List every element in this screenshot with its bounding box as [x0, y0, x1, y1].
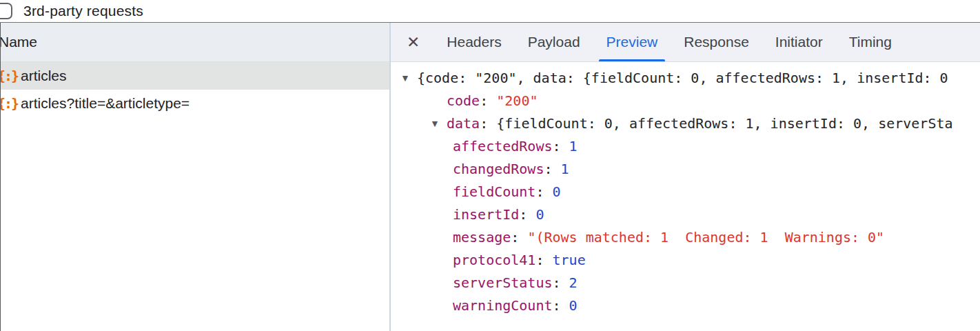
tree-segment-key: changedRows — [453, 161, 544, 177]
tree-row[interactable]: message: "(Rows matched: 1 Changed: 1 Wa… — [391, 226, 980, 249]
tree-segment-key: message — [453, 229, 511, 245]
third-party-requests-label: 3rd-party requests — [23, 3, 143, 19]
tree-segment-plain: : — [553, 138, 569, 154]
request-name: articles?title=&articletype= — [21, 95, 190, 112]
tree-segment-number: 0 — [535, 206, 544, 223]
tree-segment-plain: : — [544, 161, 560, 177]
network-filter-bar: 3rd-party requests — [0, 0, 980, 22]
tree-row[interactable]: insertId: 0 — [391, 203, 980, 226]
network-panel-split: Name {:}articles{:}articles?title=&artic… — [0, 22, 980, 331]
json-braces-icon: {:} — [1, 68, 18, 84]
tree-segment-plain: : — [553, 274, 569, 291]
tree-segment-key: serverStatus — [453, 274, 553, 291]
tree-segment-key: protocol41 — [453, 252, 535, 268]
request-row[interactable]: {:}articles — [1, 62, 389, 90]
expand-caret-icon[interactable]: ▼ — [400, 67, 417, 90]
tree-segment-number: 1 — [561, 161, 569, 177]
request-details-pane: ✕ HeadersPayloadPreviewResponseInitiator… — [391, 23, 980, 331]
tree-segment-boolean: true — [553, 252, 586, 268]
tab-timing[interactable]: Timing — [849, 23, 892, 61]
tree-segment-plain: : — [553, 297, 569, 314]
tree-segment-key: code — [447, 92, 480, 109]
json-preview-tree: ▼{code: "200", data: {fieldCount: 0, aff… — [391, 62, 980, 331]
request-name: articles — [21, 68, 67, 84]
tree-segment-plain: : {fieldCount: 0, affectedRows: 1, inser… — [480, 115, 952, 132]
tab-initiator[interactable]: Initiator — [775, 23, 823, 61]
tab-preview[interactable]: Preview — [606, 23, 658, 61]
tree-segment-key: fieldCount — [453, 183, 535, 200]
name-column-header[interactable]: Name — [1, 23, 389, 62]
tab-payload[interactable]: Payload — [528, 23, 580, 61]
name-column-header-label: Name — [0, 34, 37, 50]
details-tabs: HeadersPayloadPreviewResponseInitiatorTi… — [433, 23, 905, 61]
tree-row[interactable]: protocol41: true — [391, 249, 980, 272]
tree-segment-plain: : — [535, 183, 552, 200]
tree-segment-plain: : — [535, 252, 552, 268]
tree-segment-key: insertId — [453, 206, 519, 223]
third-party-requests-checkbox[interactable] — [0, 3, 12, 19]
tree-row[interactable]: serverStatus: 2 — [391, 272, 980, 294]
requests-table: Name {:}articles{:}articles?title=&artic… — [0, 23, 389, 331]
tree-segment-plain: {code: "200", data: {fieldCount: 0, affe… — [417, 70, 948, 86]
tree-segment-plain: : — [519, 206, 535, 223]
tree-segment-key: affectedRows — [453, 138, 553, 154]
expand-caret-icon[interactable]: ▼ — [430, 112, 447, 135]
tree-segment-plain: : — [511, 229, 527, 245]
json-braces-icon: {:} — [1, 95, 18, 112]
tree-segment-number: 2 — [569, 274, 578, 291]
close-icon[interactable]: ✕ — [407, 34, 420, 50]
tree-row[interactable]: fieldCount: 0 — [391, 181, 980, 203]
tree-segment-plain: : — [480, 92, 496, 109]
tree-segment-string: "(Rows matched: 1 Changed: 1 Warnings: 0… — [527, 229, 884, 245]
request-rows: {:}articles{:}articles?title=&articletyp… — [1, 62, 389, 117]
tree-row[interactable]: code: "200" — [391, 90, 980, 112]
tab-response[interactable]: Response — [684, 23, 749, 61]
request-row[interactable]: {:}articles?title=&articletype= — [1, 90, 389, 117]
tree-row[interactable]: affectedRows: 1 — [391, 135, 980, 158]
tree-segment-number: 1 — [569, 138, 578, 154]
tree-row[interactable]: ▼{code: "200", data: {fieldCount: 0, aff… — [391, 67, 980, 90]
tree-segment-string: "200" — [496, 92, 538, 109]
tree-row[interactable]: changedRows: 1 — [391, 158, 980, 181]
tab-headers[interactable]: Headers — [447, 23, 501, 61]
tree-segment-key: data — [447, 115, 480, 132]
tree-row[interactable]: warningCount: 0 — [391, 294, 980, 317]
tree-row[interactable]: ▼data: {fieldCount: 0, affectedRows: 1, … — [391, 112, 980, 135]
tree-segment-number: 0 — [569, 297, 578, 314]
details-tab-bar: ✕ HeadersPayloadPreviewResponseInitiator… — [391, 23, 980, 62]
tree-segment-number: 0 — [553, 183, 561, 200]
tree-segment-key: warningCount — [453, 297, 553, 314]
